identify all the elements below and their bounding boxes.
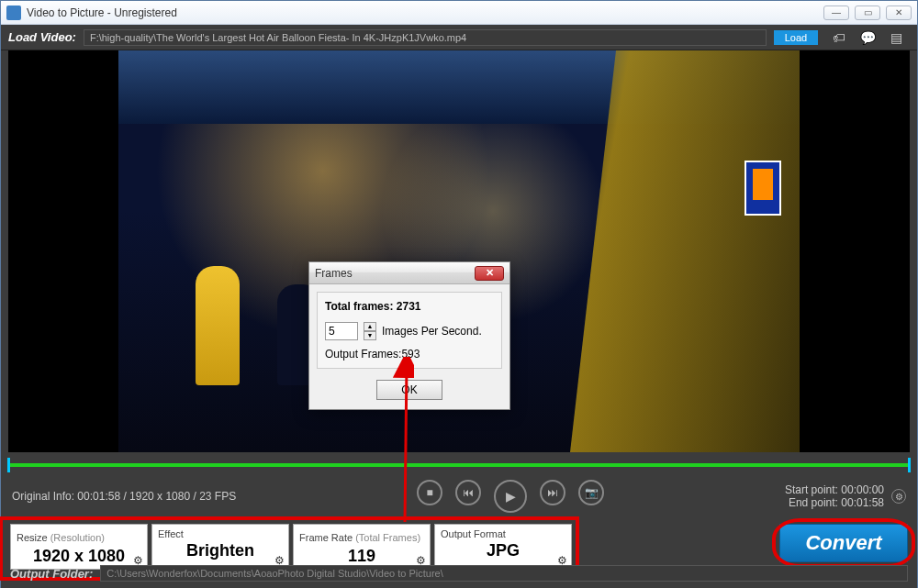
start-point-value: 00:00:00 [841,483,884,496]
dialog-body: Total frames: 2731 ▲ ▼ Images Per Second… [317,292,502,369]
close-button[interactable]: ✕ [886,6,912,20]
output-frames-value: 593 [401,348,420,361]
app-icon [6,6,21,20]
ok-button[interactable]: OK [376,380,442,400]
total-frames-label: Total frames: [325,300,397,313]
effect-value: Brighten [158,541,283,560]
window-titlebar: Video to Picture - Unregistered — ▭ ✕ [1,1,917,25]
fps-input[interactable] [325,322,358,340]
points-settings-icon[interactable]: ⚙ [891,489,906,504]
load-button[interactable]: Load [774,30,818,45]
comment-icon[interactable]: 💬 [860,30,876,45]
play-button[interactable]: ▶ [494,480,527,513]
frames-dialog: Frames ✕ Total frames: 2731 ▲ ▼ Images P… [308,261,510,410]
output-frames-label: Output Frames: [325,348,401,361]
total-frames-value: 2731 [397,300,421,313]
frame-rate-sublabel: (Total Frames) [355,532,420,543]
stop-button[interactable]: ■ [417,480,442,505]
output-folder-bar: Output Folder: [10,562,908,584]
fps-label: Images Per Second. [382,325,482,338]
next-frame-button[interactable]: ⏭ [540,480,565,505]
app-body: Load Video: Load 🏷 💬 ▤ [1,25,917,588]
video-path-input[interactable] [84,29,767,46]
tag-icon[interactable]: 🏷 [833,30,845,45]
frame-rate-label: Frame Rate [299,532,355,543]
window-title: Video to Picture - Unregistered [27,6,823,19]
end-point-value: 00:01:58 [841,496,884,509]
output-format-value: JPG [441,541,565,560]
minimize-button[interactable]: — [823,6,849,20]
app-window: Video to Picture - Unregistered — ▭ ✕ Lo… [0,0,918,588]
convert-button[interactable]: Convert [779,524,908,562]
toolbar-icons: 🏷 💬 ▤ [833,30,902,45]
dialog-close-button[interactable]: ✕ [475,266,504,281]
prev-frame-button[interactable]: ⏮ [455,480,481,505]
start-point-label: Start point: [785,483,838,496]
dialog-title: Frames [315,267,475,280]
output-folder-label: Output Folder: [10,567,93,581]
transport-controls: ■ ⏮ ▶ ⏭ 📷 [236,480,785,513]
effect-label: Effect [158,528,283,539]
end-point-label: End point: [789,496,838,509]
convert-wrap: Convert [779,524,908,562]
maximize-button[interactable]: ▭ [855,6,880,20]
load-video-label: Load Video: [8,30,76,44]
list-icon[interactable]: ▤ [890,30,902,45]
fps-up-button[interactable]: ▲ [364,322,376,331]
fps-down-button[interactable]: ▼ [364,331,376,340]
timeline-end-handle[interactable] [908,458,911,472]
output-format-label: Output Format [441,528,565,539]
resize-label: Resize [17,532,50,543]
snapshot-button[interactable]: 📷 [578,480,604,505]
dialog-titlebar[interactable]: Frames ✕ [309,262,509,284]
window-controls: — ▭ ✕ [823,6,912,20]
timeline-start-handle[interactable] [7,458,10,472]
resize-sublabel: (Resolution) [50,532,105,543]
output-folder-input[interactable] [100,565,908,582]
timeline[interactable] [8,458,910,474]
controls-row: Original Info: 00:01:58 / 1920 x 1080 / … [1,474,917,518]
point-info: Start point: 00:00:00 End point: 00:01:5… [785,483,884,509]
original-info: Original Info: 00:01:58 / 1920 x 1080 / … [12,490,236,503]
top-toolbar: Load Video: Load 🏷 💬 ▤ [1,25,917,50]
